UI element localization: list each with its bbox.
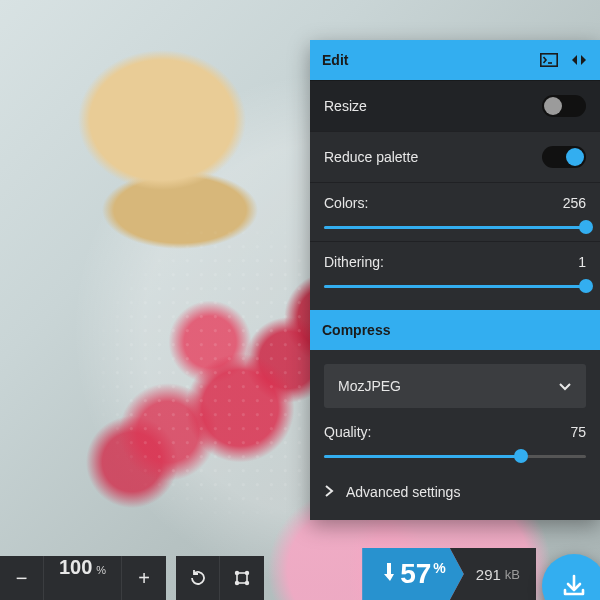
chevron-right-icon	[324, 484, 334, 500]
output-size-unit: kB	[505, 567, 520, 582]
reduce-palette-toggle[interactable]	[542, 146, 586, 168]
colors-slider-row: Colors: 256	[310, 182, 600, 241]
options-panel: Edit Resize	[310, 40, 600, 520]
svg-rect-0	[541, 54, 557, 66]
zoom-unit: %	[96, 564, 106, 576]
svg-point-2	[236, 572, 239, 575]
resize-label: Resize	[324, 98, 367, 114]
quality-value: 75	[570, 424, 586, 440]
colors-slider[interactable]	[324, 219, 586, 235]
compress-title: Compress	[322, 322, 390, 338]
dithering-slider-row: Dithering: 1	[310, 241, 600, 310]
result-bar: 57 % 291 kB	[362, 548, 600, 600]
transform-button[interactable]	[220, 556, 264, 600]
chevron-down-icon	[558, 379, 572, 395]
colors-value: 256	[563, 195, 586, 211]
zoom-in-button[interactable]: +	[122, 556, 166, 600]
edit-section-header: Edit	[310, 40, 600, 80]
advanced-settings-toggle[interactable]: Advanced settings	[310, 470, 600, 516]
resize-toggle[interactable]	[542, 95, 586, 117]
svg-point-5	[246, 582, 249, 585]
compress-section-header: Compress	[310, 310, 600, 350]
encoder-select[interactable]: MozJPEG	[324, 364, 586, 408]
size-delta-chip: 57 %	[362, 548, 464, 600]
zoom-toolbar: − 100 % +	[0, 556, 264, 600]
size-delta-unit: %	[433, 560, 445, 576]
quality-slider[interactable]	[324, 448, 586, 464]
colors-label: Colors:	[324, 195, 368, 211]
size-delta-value: 57	[400, 560, 431, 588]
terminal-icon[interactable]	[540, 53, 558, 67]
zoom-value: 100	[59, 556, 92, 579]
dithering-slider[interactable]	[324, 278, 586, 294]
zoom-level-button[interactable]: 100 %	[44, 556, 122, 600]
arrow-down-icon	[384, 563, 396, 585]
dithering-value: 1	[578, 254, 586, 270]
encoder-value: MozJPEG	[338, 378, 401, 394]
svg-point-4	[236, 582, 239, 585]
download-button[interactable]	[542, 554, 600, 600]
dithering-label: Dithering:	[324, 254, 384, 270]
svg-point-3	[246, 572, 249, 575]
zoom-out-button[interactable]: −	[0, 556, 44, 600]
rotate-button[interactable]	[176, 556, 220, 600]
advanced-settings-label: Advanced settings	[346, 484, 460, 500]
quality-slider-row: Quality: 75	[310, 422, 600, 470]
compare-icon[interactable]	[570, 53, 588, 67]
output-size-value: 291	[476, 566, 501, 583]
resize-row: Resize	[310, 80, 600, 131]
edit-title: Edit	[322, 52, 348, 68]
reduce-palette-label: Reduce palette	[324, 149, 418, 165]
quality-label: Quality:	[324, 424, 371, 440]
reduce-palette-row: Reduce palette	[310, 131, 600, 182]
